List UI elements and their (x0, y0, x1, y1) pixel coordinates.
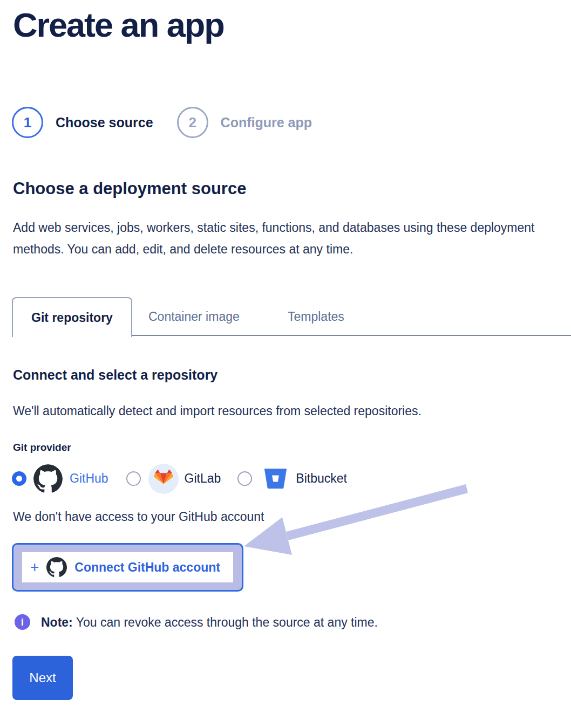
bitbucket-radio[interactable] (237, 471, 252, 486)
connect-github-button-face[interactable]: + Connect GitHub account (22, 552, 233, 582)
tab-git-repository[interactable]: Git repository (12, 297, 132, 337)
tab-container-image[interactable]: Container image (148, 297, 240, 336)
connect-github-label: Connect GitHub account (74, 560, 220, 575)
source-tabs: Git repository Container image Templates (12, 297, 571, 336)
step-choose-source: 1 Choose source (12, 107, 153, 138)
no-access-message: We don't have access to your GitHub acco… (13, 510, 264, 524)
plus-icon: + (30, 560, 39, 575)
note-label: Note: (41, 615, 73, 629)
note-body: You can revoke access through the source… (73, 615, 378, 629)
page-title: Create an app (13, 5, 224, 44)
bitbucket-icon (264, 468, 287, 490)
bitbucket-label[interactable]: Bitbucket (296, 471, 347, 486)
note: i Note: You can revoke access through th… (15, 614, 378, 630)
gitlab-label[interactable]: GitLab (185, 471, 221, 486)
tab-templates[interactable]: Templates (288, 297, 344, 336)
github-icon (46, 557, 67, 578)
step-1-label: Choose source (56, 115, 153, 131)
step-configure-app: 2 Configure app (177, 107, 312, 138)
github-radio[interactable] (12, 471, 26, 486)
step-1-circle: 1 (12, 107, 43, 138)
git-provider-label: Git provider (13, 442, 71, 454)
step-2-label: Configure app (221, 115, 312, 131)
wizard-stepper: 1 Choose source 2 Configure app (12, 107, 312, 138)
next-button[interactable]: Next (12, 656, 73, 700)
connect-repository-description: We'll automatically detect and import re… (13, 404, 422, 418)
connect-github-button[interactable]: + Connect GitHub account (12, 543, 243, 592)
gitlab-radio[interactable] (126, 471, 141, 486)
github-label[interactable]: GitHub (70, 471, 108, 486)
step-2-circle: 2 (177, 107, 208, 138)
gitlab-icon (148, 464, 179, 494)
connect-repository-heading: Connect and select a repository (13, 367, 217, 383)
github-icon (33, 464, 63, 493)
info-icon: i (15, 614, 30, 630)
deployment-source-heading: Choose a deployment source (13, 179, 246, 198)
deployment-source-description: Add web services, jobs, workers, static … (13, 217, 559, 260)
git-provider-radio-group: GitHub GitLab Bitbucket (12, 463, 347, 494)
